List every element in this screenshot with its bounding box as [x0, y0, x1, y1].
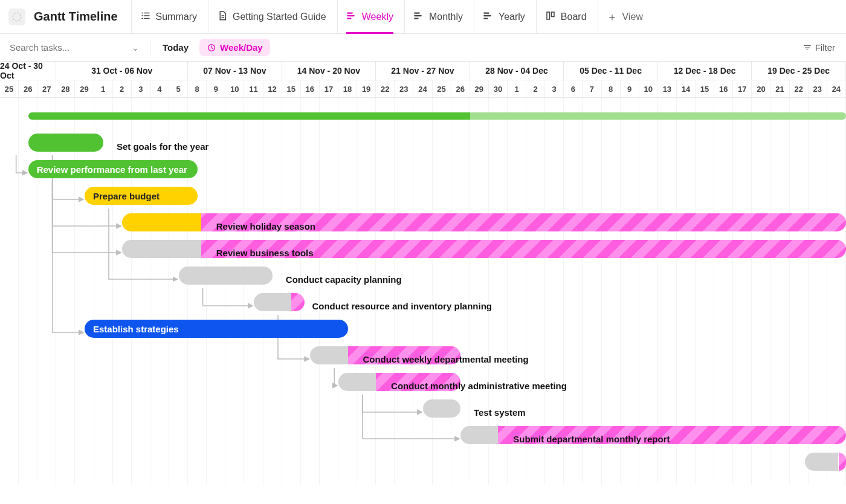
gantt-icon — [483, 10, 494, 24]
search-field[interactable]: ⌄ — [5, 42, 144, 53]
week-cell: 28 Nov - 04 Dec — [470, 62, 564, 80]
day-cell: 8 — [602, 80, 621, 97]
week-cell: 05 Dec - 11 Dec — [564, 62, 658, 80]
task-bar-resource[interactable] — [254, 293, 291, 311]
task-label: Set goals for the year — [117, 141, 209, 152]
view-label: View — [622, 11, 643, 22]
task-bar-biztools[interactable] — [122, 240, 201, 258]
week-cell: 24 Oct - 30 Oct — [0, 62, 56, 80]
day-cell: 24 — [827, 80, 846, 97]
range-selector[interactable]: Week/Day — [199, 39, 270, 56]
gantt-icon — [346, 10, 357, 24]
task-bar-holiday[interactable] — [122, 213, 201, 231]
filter-button[interactable]: Filter — [797, 39, 841, 56]
loading-icon — [8, 8, 25, 25]
day-cell: 17 — [320, 80, 338, 97]
task-bar-goals[interactable] — [28, 134, 103, 152]
day-cell: 27 — [37, 80, 56, 97]
page-title: Gantt Timeline — [34, 10, 118, 24]
tab-board[interactable]: Board — [536, 0, 595, 34]
day-cell: 28 — [56, 80, 75, 97]
svg-rect-2 — [551, 12, 554, 17]
separator — [150, 40, 150, 55]
today-button[interactable]: Today — [157, 39, 195, 56]
task-bar-review-perf[interactable]: Review performance from last year — [28, 160, 198, 178]
task-bar-extension-resource[interactable] — [291, 293, 305, 311]
tab-label: Monthly — [429, 11, 463, 22]
day-cell: 9 — [621, 80, 639, 97]
search-input[interactable] — [10, 42, 106, 53]
list-icon — [140, 10, 151, 24]
day-cell: 17 — [733, 80, 752, 97]
range-label: Week/Day — [220, 42, 263, 53]
day-row: 2526272829123458910111215161718192223242… — [0, 80, 846, 98]
plus-icon: ＋ — [607, 10, 618, 24]
gantt-icon — [413, 10, 424, 24]
day-cell: 21 — [770, 80, 789, 97]
gantt-chart[interactable]: Set goals for the yearReview performance… — [0, 98, 846, 485]
task-label: Test system — [474, 407, 526, 418]
day-cell: 7 — [583, 80, 601, 97]
day-cell: 25 — [433, 80, 451, 97]
task-bar-tbd[interactable] — [805, 453, 839, 471]
day-cell: 3 — [545, 80, 564, 97]
task-label: Review performance from last year — [37, 164, 187, 175]
tab-label: Yearly — [499, 11, 525, 22]
task-label: Establish strategies — [93, 324, 179, 334]
tab-getting-started[interactable]: Getting Started Guide — [208, 0, 335, 34]
day-cell: 11 — [244, 80, 263, 97]
task-label: Conduct resource and inventory planning — [312, 301, 492, 311]
day-cell: 3 — [132, 80, 150, 97]
tab-yearly[interactable]: Yearly — [474, 0, 534, 34]
task-bar-monthly[interactable] — [338, 373, 376, 391]
day-cell: 6 — [564, 80, 583, 97]
day-cell: 2 — [526, 80, 545, 97]
add-view-button[interactable]: ＋ View — [598, 0, 651, 34]
week-cell: 14 Nov - 20 Nov — [282, 62, 376, 80]
filter-icon — [803, 44, 812, 52]
tab-weekly[interactable]: Weekly — [337, 0, 402, 34]
week-cell: 07 Nov - 13 Nov — [188, 62, 282, 80]
day-cell: 15 — [282, 80, 301, 97]
filter-label: Filter — [815, 42, 835, 53]
day-cell: 12 — [263, 80, 282, 97]
day-cell: 24 — [413, 80, 432, 97]
task-bar-capacity[interactable] — [179, 267, 273, 285]
topbar: Gantt Timeline SummaryGetting Started Gu… — [0, 0, 846, 34]
tab-label: Weekly — [362, 11, 393, 22]
task-bar-weekly[interactable] — [310, 346, 347, 364]
tab-summary[interactable]: Summary — [131, 0, 205, 34]
tab-label: Summary — [156, 11, 197, 22]
task-bar-extension-tbd[interactable] — [839, 453, 846, 471]
board-icon — [545, 10, 556, 24]
task-bar-test[interactable] — [423, 399, 460, 418]
day-cell: 10 — [639, 80, 658, 97]
doc-icon — [217, 10, 228, 24]
tab-monthly[interactable]: Monthly — [404, 0, 471, 34]
chevron-down-icon[interactable]: ⌄ — [132, 43, 139, 53]
day-cell: 23 — [809, 80, 827, 97]
day-cell: 1 — [508, 80, 526, 97]
task-bar-submit[interactable] — [460, 426, 498, 444]
day-cell: 23 — [395, 80, 413, 97]
day-cell: 4 — [150, 80, 169, 97]
week-cell: 19 Dec - 25 Dec — [752, 62, 846, 80]
toolbar: ⌄ Today Week/Day Filter — [0, 34, 846, 62]
day-cell: 18 — [338, 80, 357, 97]
task-bar-overall[interactable] — [28, 112, 846, 120]
tab-label: Board — [561, 11, 587, 22]
task-label: Review holiday season — [216, 221, 315, 231]
day-cell: 25 — [0, 80, 19, 97]
task-label: Conduct capacity planning — [286, 274, 402, 285]
day-cell: 9 — [207, 80, 225, 97]
day-cell: 10 — [225, 80, 244, 97]
task-label: Prepare budget — [93, 191, 160, 201]
task-bar-strategies[interactable]: Establish strategies — [85, 320, 348, 338]
day-cell: 30 — [489, 80, 508, 97]
day-cell: 20 — [752, 80, 770, 97]
task-bar-budget[interactable]: Prepare budget — [85, 187, 198, 205]
day-cell: 29 — [470, 80, 489, 97]
week-cell: 21 Nov - 27 Nov — [376, 62, 470, 80]
day-cell: 19 — [357, 80, 376, 97]
week-cell: 12 Dec - 18 Dec — [658, 62, 752, 80]
